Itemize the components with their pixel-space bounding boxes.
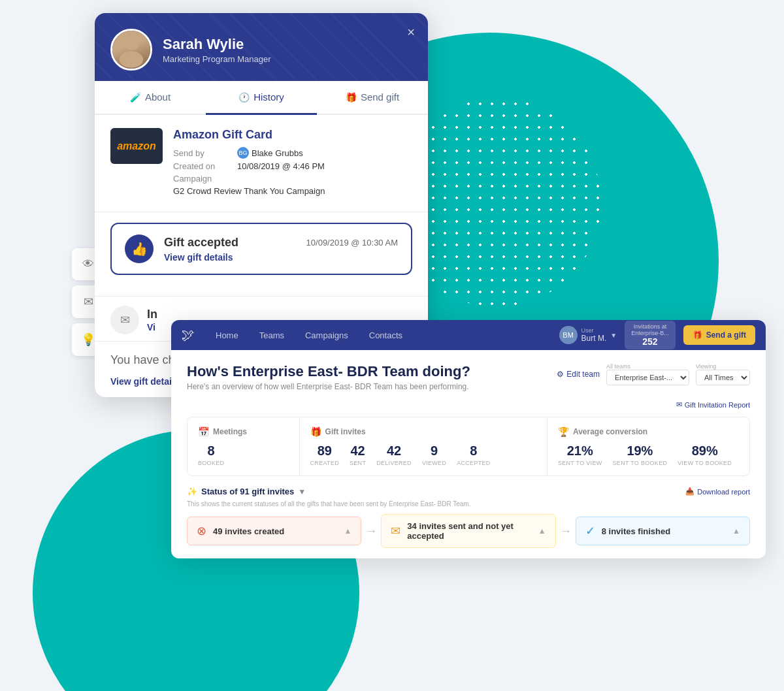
profile-body: amazon Amazon Gift Card Send by BG Blake…: [95, 115, 428, 212]
send-gift-button[interactable]: 🎁 Send a gift: [683, 325, 755, 345]
profile-tabs: 🧪 About 🕐 History 🎁 Send gift: [95, 81, 428, 115]
svg-point-1: [120, 51, 143, 67]
gift-row-campaign: Campaign: [173, 174, 412, 184]
gift-invites-section: 🎁 Gift invites 89 CREATED 42 SENT 42 DEL…: [300, 417, 547, 475]
arrow-connector-1: →: [361, 524, 381, 538]
nav-campaigns[interactable]: Campaigns: [295, 320, 359, 350]
nav-home[interactable]: Home: [205, 320, 249, 350]
stat-sent-to-booked: 19% SENT TO BOOKED: [613, 443, 668, 466]
gift-tab-icon: 🎁: [346, 92, 357, 103]
dashboard-controls: ⚙ Edit team All teams Enterprise East-..…: [557, 363, 750, 385]
gift-invitation-report-link[interactable]: ✉ Gift Invitation Report: [187, 400, 750, 409]
thumbs-up-icon: 👍: [125, 234, 154, 263]
user-name: Burt M.: [581, 334, 607, 343]
tab-send-gift-label: Send gift: [361, 91, 399, 103]
finished-chevron-icon[interactable]: ▲: [732, 526, 740, 536]
invite-bars: ⊗ 49 invites created ▲ → ✉ 34 invites se…: [187, 514, 750, 548]
team-select[interactable]: Enterprise East-...: [606, 370, 689, 385]
invite-bar-finished-content: ✓ 8 invites finished: [585, 524, 671, 538]
view-gift-link[interactable]: View gift details: [164, 252, 398, 263]
gift-row-sender: Send by BG Blake Grubbs: [173, 147, 412, 159]
created-chevron-icon[interactable]: ▲: [344, 526, 351, 536]
meetings-section: 📅 Meetings 8 BOOKED: [188, 417, 300, 475]
tab-history[interactable]: 🕐 History: [206, 81, 317, 115]
dashboard-title-block: How's Enterprise East- BDR Team doing? H…: [187, 363, 470, 391]
svg-point-0: [123, 33, 139, 50]
created-date: 10/08/2019 @ 4:46 PM: [237, 161, 325, 171]
download-report-link[interactable]: 📥 Download report: [685, 487, 750, 496]
chevron-down-icon: ▼: [610, 332, 617, 339]
edit-team-label: Edit team: [566, 370, 600, 379]
gift-invites-stats: 89 CREATED 42 SENT 42 DELIVERED 9 VIEWED: [310, 443, 536, 466]
status-chevron-icon[interactable]: ▼: [298, 487, 306, 496]
tab-send-gift[interactable]: 🎁 Send gift: [317, 81, 428, 115]
gift-row-campaign-name: G2 Crowd Review Thank You Campaign: [173, 186, 412, 196]
campaign-label: Campaign: [173, 174, 232, 184]
send-by-label: Send by: [173, 148, 232, 158]
download-report-label: Download report: [697, 488, 750, 496]
profile-header: Sarah Wylie Marketing Program Manager ×: [95, 13, 428, 81]
edit-team-button[interactable]: ⚙ Edit team: [557, 370, 600, 379]
stat-viewed: 9 VIEWED: [422, 443, 446, 466]
gift-report-label: Gift Invitation Report: [685, 401, 750, 409]
all-teams-select-wrapper: All teams Enterprise East-...: [606, 363, 689, 385]
meetings-booked-label: BOOKED: [198, 460, 224, 466]
gift-accepted-info: Gift accepted 10/09/2019 @ 10:30 AM View…: [164, 236, 398, 263]
divider: [95, 212, 428, 212]
invite-bar-finished: ✓ 8 invites finished ▲: [576, 517, 750, 545]
sent-chevron-icon[interactable]: ▲: [538, 526, 546, 536]
tab-about[interactable]: 🧪 About: [95, 81, 206, 115]
dashboard-title: How's Enterprise East- BDR Team doing?: [187, 363, 470, 380]
gift-title: Amazon Gift Card: [173, 128, 412, 142]
invitations-box: Invitations atEnterprise-B... 252: [625, 321, 676, 349]
tab-history-label: History: [253, 91, 284, 103]
created-icon: ⊗: [197, 524, 206, 538]
gift-row-created: Created on 10/08/2019 @ 4:46 PM: [173, 161, 412, 171]
tab-about-label: About: [145, 91, 171, 103]
amazon-logo: amazon: [117, 140, 156, 152]
logo-icon: 🕊: [182, 328, 195, 343]
status-section: ✨ Status of 91 gift invites ▼ 📥 Download…: [187, 487, 750, 548]
finished-icon: ✓: [585, 524, 595, 538]
envelope-icon: ✉: [110, 306, 139, 334]
status-subtitle: This shows the current statuses of all t…: [187, 500, 750, 507]
in-progress-link[interactable]: Vi: [147, 322, 155, 332]
nav-contacts[interactable]: Contacts: [359, 320, 413, 350]
in-progress-title: In: [147, 308, 157, 321]
avg-conversion-section: 🏆 Average conversion 21% SENT TO VIEW 19…: [547, 417, 749, 475]
user-avatar: BM: [559, 326, 578, 344]
gift-accepted-section: 👍 Gift accepted 10/09/2019 @ 10:30 AM Vi…: [95, 223, 428, 296]
amazon-card: amazon: [110, 128, 163, 164]
meetings-title: 📅 Meetings: [198, 426, 289, 437]
stat-sent-to-view: 21% SENT TO VIEW: [558, 443, 602, 466]
sender-avatar: BG: [237, 147, 249, 159]
created-on-label: Created on: [173, 161, 232, 171]
meetings-booked-num: 8: [198, 443, 224, 458]
status-header: ✨ Status of 91 gift invites ▼ 📥 Download…: [187, 487, 750, 496]
profile-title: Marketing Program Manager: [163, 54, 270, 64]
send-gift-label: Send a gift: [706, 330, 746, 340]
sparkle-icon: ✨: [187, 487, 197, 496]
dashboard-body: How's Enterprise East- BDR Team doing? H…: [171, 350, 766, 558]
dashboard-header-row: How's Enterprise East- BDR Team doing? H…: [187, 363, 750, 391]
invitations-count: 252: [631, 336, 669, 347]
gift-icon: 🎁: [693, 330, 702, 340]
conversion-icon: 🏆: [558, 426, 569, 437]
gift-invites-title: 🎁 Gift invites: [310, 426, 536, 437]
close-icon[interactable]: ×: [407, 25, 415, 40]
campaign-name: G2 Crowd Review Thank You Campaign: [173, 186, 325, 196]
nav-teams[interactable]: Teams: [249, 320, 295, 350]
envelope-icon: ✉: [676, 400, 682, 409]
invite-bar-created-content: ⊗ 49 invites created: [197, 524, 284, 538]
user-menu[interactable]: BM User Burt M. ▼: [559, 326, 617, 344]
user-label: User: [581, 327, 607, 334]
gift-accepted-date: 10/09/2019 @ 10:30 AM: [306, 238, 398, 248]
viewing-select[interactable]: All Times: [696, 370, 750, 385]
stat-meetings-booked: 8 BOOKED: [198, 443, 224, 466]
dashboard-nav: 🕊 Home Teams Campaigns Contacts BM User …: [171, 320, 766, 350]
nav-links: Home Teams Campaigns Contacts: [205, 320, 559, 350]
stat-accepted: 8 ACCEPTED: [457, 443, 490, 466]
viewing-label: Viewing: [696, 363, 750, 370]
gift-card-section: amazon Amazon Gift Card Send by BG Blake…: [110, 128, 412, 199]
invite-bar-sent: ✉ 34 invites sent and not yet accepted ▲: [381, 514, 555, 548]
